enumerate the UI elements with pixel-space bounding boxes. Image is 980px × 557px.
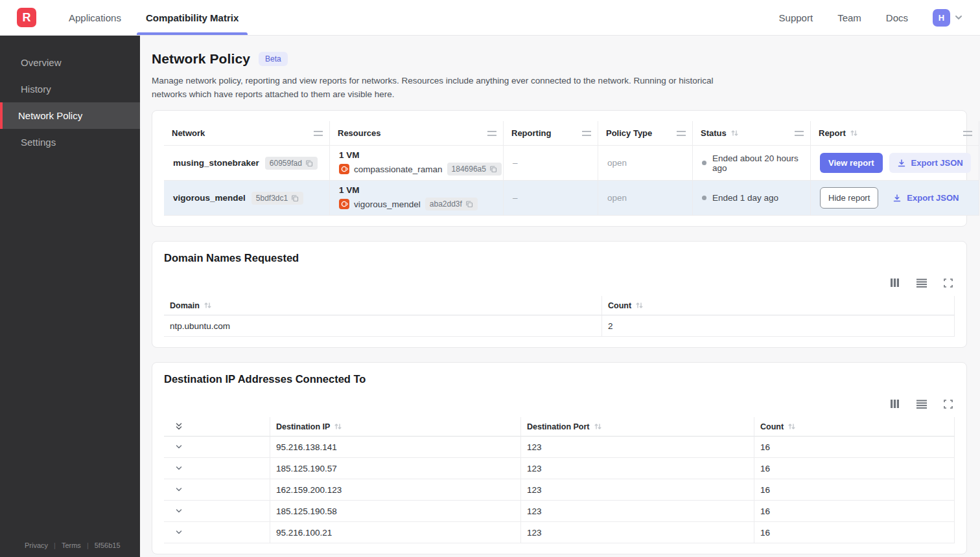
tab-applications[interactable]: Applications bbox=[60, 0, 130, 35]
rows-icon[interactable] bbox=[916, 278, 928, 288]
column-label: Domain bbox=[170, 301, 200, 310]
chevron-down-icon bbox=[174, 528, 183, 537]
domain-names-card: Domain Names Requested Domain Count ntp.… bbox=[152, 241, 967, 348]
network-name: musing_stonebraker bbox=[173, 158, 259, 168]
column-header-network[interactable]: Network bbox=[164, 121, 330, 146]
network-id-badge[interactable]: 5bdf3dc1 bbox=[251, 192, 303, 205]
terms-link[interactable]: Terms bbox=[62, 541, 81, 549]
resources-cell: 1 VM compassionate_raman 184696a5 bbox=[330, 146, 504, 181]
export-label: Export JSON bbox=[911, 158, 963, 168]
chevron-down-icon bbox=[174, 485, 183, 494]
drag-handle-icon[interactable] bbox=[677, 131, 686, 136]
sort-icon[interactable] bbox=[850, 129, 858, 137]
resource-id-badge[interactable]: aba2dd3f bbox=[425, 198, 478, 210]
resource-count: 1 VM bbox=[339, 185, 360, 195]
drag-handle-icon[interactable] bbox=[314, 131, 323, 136]
column-label: Destination IP bbox=[276, 422, 330, 431]
view-report-button[interactable]: View report bbox=[820, 153, 883, 173]
column-header-policy-type[interactable]: Policy Type bbox=[598, 121, 693, 146]
row-expand-toggle[interactable] bbox=[164, 458, 270, 479]
sidebar-footer: Privacy | Terms | 5f56b15 bbox=[0, 541, 140, 557]
row-expand-toggle[interactable] bbox=[164, 437, 270, 458]
drag-handle-icon[interactable] bbox=[963, 131, 972, 136]
chevron-down-icon bbox=[954, 13, 963, 22]
sidebar-item-history[interactable]: History bbox=[0, 76, 140, 102]
count-cell: 16 bbox=[754, 501, 955, 522]
policy-type-cell: open bbox=[598, 146, 693, 181]
column-header-count[interactable]: Count bbox=[754, 417, 955, 437]
sidebar-item-overview[interactable]: Overview bbox=[0, 49, 140, 76]
resource-id: 184696a5 bbox=[452, 165, 486, 174]
column-header-status[interactable]: Status bbox=[693, 121, 811, 146]
destination-port-cell: 123 bbox=[521, 522, 754, 543]
app-logo[interactable]: R bbox=[17, 8, 36, 27]
version-label: 5f56b15 bbox=[95, 541, 121, 549]
account-menu[interactable]: H bbox=[933, 9, 963, 27]
expand-icon[interactable] bbox=[943, 399, 953, 409]
column-header-report[interactable]: Report bbox=[811, 121, 979, 146]
topbar-right: Support Team Docs H bbox=[779, 0, 963, 35]
docs-link[interactable]: Docs bbox=[886, 12, 908, 23]
sidebar-item-network-policy[interactable]: Network Policy bbox=[0, 102, 140, 129]
sort-icon[interactable] bbox=[204, 301, 212, 310]
resource-id-badge[interactable]: 184696a5 bbox=[447, 163, 502, 176]
drag-handle-icon[interactable] bbox=[582, 131, 591, 136]
rows-icon[interactable] bbox=[916, 399, 928, 409]
hide-report-button[interactable]: Hide report bbox=[820, 187, 878, 209]
resource-id: aba2dd3f bbox=[430, 199, 462, 209]
sort-icon[interactable] bbox=[334, 422, 342, 431]
sidebar-item-settings[interactable]: Settings bbox=[0, 129, 140, 155]
columns-icon[interactable] bbox=[889, 398, 900, 409]
destination-port-cell: 123 bbox=[521, 479, 754, 501]
sort-icon[interactable] bbox=[594, 422, 602, 431]
avatar[interactable]: H bbox=[933, 9, 950, 27]
tab-compatibility-matrix[interactable]: Compatibility Matrix bbox=[137, 0, 248, 35]
network-name: vigorous_mendel bbox=[173, 193, 246, 203]
chevron-down-icon bbox=[174, 506, 183, 516]
status-dot bbox=[702, 161, 706, 165]
network-id-badge[interactable]: 60959fad bbox=[265, 157, 318, 170]
drag-handle-icon[interactable] bbox=[795, 131, 804, 136]
column-header-resources[interactable]: Resources bbox=[330, 121, 504, 146]
columns-icon[interactable] bbox=[889, 277, 900, 288]
support-link[interactable]: Support bbox=[779, 12, 813, 23]
page-title: Network Policy bbox=[152, 51, 250, 67]
expand-icon[interactable] bbox=[943, 278, 953, 288]
domain-table: Domain Count ntp.ubuntu.com 2 bbox=[164, 296, 955, 337]
resource-name: vigorous_mendel bbox=[354, 199, 421, 209]
copy-icon bbox=[291, 194, 299, 202]
column-header-expand-all[interactable] bbox=[164, 417, 270, 437]
column-label: Count bbox=[608, 301, 631, 310]
row-expand-toggle[interactable] bbox=[164, 522, 270, 543]
reporting-cell: – bbox=[504, 146, 598, 181]
row-expand-toggle[interactable] bbox=[164, 501, 270, 522]
count-cell: 2 bbox=[602, 315, 955, 337]
report-cell: Hide report Export JSON bbox=[811, 181, 979, 216]
domain-cell: ntp.ubuntu.com bbox=[164, 315, 602, 337]
sort-icon[interactable] bbox=[635, 301, 644, 310]
row-expand-toggle[interactable] bbox=[164, 479, 270, 501]
column-header-reporting[interactable]: Reporting bbox=[504, 121, 598, 146]
export-json-button[interactable]: Export JSON bbox=[889, 153, 971, 173]
column-header-domain[interactable]: Domain bbox=[164, 296, 602, 315]
privacy-link[interactable]: Privacy bbox=[25, 541, 48, 549]
status-text: Ended 1 day ago bbox=[712, 193, 778, 203]
top-navigation: Applications Compatibility Matrix bbox=[60, 0, 254, 35]
table-toolbar bbox=[164, 277, 953, 288]
export-json-button[interactable]: Export JSON bbox=[885, 188, 966, 208]
column-header-count[interactable]: Count bbox=[602, 296, 955, 315]
team-link[interactable]: Team bbox=[837, 12, 861, 23]
sort-icon[interactable] bbox=[788, 422, 796, 431]
column-label: Destination Port bbox=[527, 422, 590, 431]
resource-count: 1 VM bbox=[339, 150, 360, 160]
divider: | bbox=[54, 541, 56, 549]
card-title: Destination IP Addresses Connected To bbox=[164, 373, 955, 385]
resources-cell: 1 VM vigorous_mendel aba2dd3f bbox=[330, 181, 504, 216]
chevron-down-icon bbox=[174, 464, 183, 473]
drag-handle-icon[interactable] bbox=[487, 131, 496, 136]
sort-icon[interactable] bbox=[730, 129, 739, 137]
column-header-destination-port[interactable]: Destination Port bbox=[521, 417, 754, 437]
export-label: Export JSON bbox=[907, 193, 959, 203]
status-dot bbox=[702, 196, 706, 200]
column-header-destination-ip[interactable]: Destination IP bbox=[270, 417, 521, 437]
